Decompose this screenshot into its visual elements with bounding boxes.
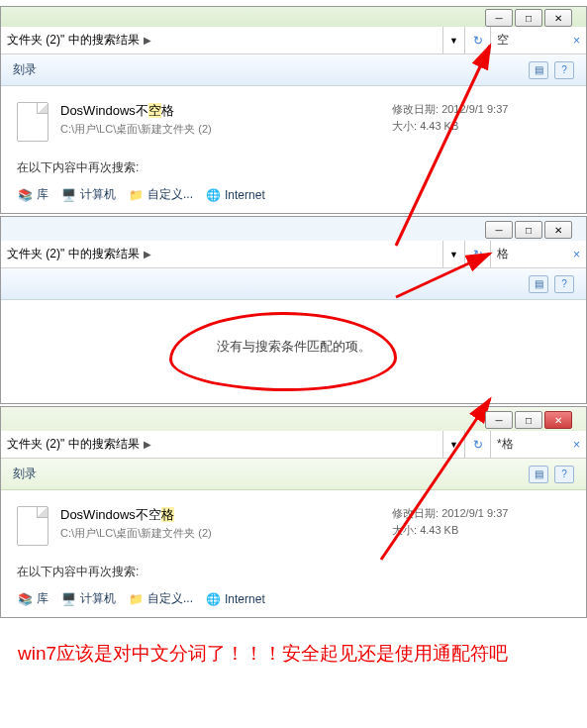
loc-computer[interactable]: 🖥️计算机 (60, 590, 116, 607)
toolbar: ▤ ? (1, 268, 586, 300)
maximize-button[interactable]: □ (515, 9, 542, 27)
computer-icon: 🖥️ (60, 187, 76, 203)
clear-search-icon[interactable]: × (573, 248, 580, 261)
clear-search-icon[interactable]: × (573, 34, 580, 48)
search-input[interactable] (497, 248, 556, 261)
address-dropdown[interactable]: ▼ (443, 27, 465, 53)
loc-library[interactable]: 📚库 (17, 590, 49, 607)
search-again-label: 在以下内容中再次搜索: (1, 554, 586, 586)
view-icon[interactable]: ▤ (529, 466, 548, 483)
chevron-right-icon: ▶ (144, 35, 151, 46)
search-locations: 📚库 🖥️计算机 📁自定义... 🌐Internet (1, 586, 586, 617)
file-icon[interactable] (17, 102, 49, 142)
empty-results: 没有与搜索条件匹配的项。 (1, 300, 586, 403)
file-meta: 修改日期: 2012/9/1 9:37 大小: 4.43 KB (392, 506, 570, 546)
breadcrumb-text: 文件夹 (2)" 中的搜索结果 (7, 246, 140, 262)
loc-internet[interactable]: 🌐Internet (205, 187, 265, 203)
chevron-down-icon: ▼ (449, 250, 458, 260)
window-controls: ─ □ ✕ (485, 9, 572, 27)
help-icon[interactable]: ? (554, 466, 574, 483)
minimize-button[interactable]: ─ (485, 221, 513, 239)
close-button[interactable]: ✕ (544, 411, 572, 429)
close-button[interactable]: ✕ (544, 221, 572, 239)
loc-computer[interactable]: 🖥️计算机 (60, 186, 116, 203)
breadcrumb[interactable]: 文件夹 (2)" 中的搜索结果 ▶ (1, 27, 443, 53)
refresh-button[interactable]: ↻ (465, 241, 491, 267)
search-input[interactable] (497, 438, 556, 452)
address-dropdown[interactable]: ▼ (443, 431, 465, 458)
refresh-icon: ↻ (473, 438, 483, 452)
maximize-button[interactable]: □ (515, 221, 542, 239)
internet-icon: 🌐 (205, 591, 221, 607)
view-icon[interactable]: ▤ (529, 61, 548, 79)
file-name: DosWindows不空格 (60, 506, 392, 524)
file-list: DosWindows不空格 C:\用户\LC\桌面\新建文件夹 (2) 修改日期… (1, 86, 586, 150)
address-dropdown[interactable]: ▼ (443, 241, 465, 267)
chevron-right-icon: ▶ (144, 439, 151, 450)
minimize-button[interactable]: ─ (485, 411, 513, 429)
address-bar-row: 文件夹 (2)" 中的搜索结果 ▶ ▼ ↻ × (1, 241, 586, 268)
maximize-button[interactable]: □ (515, 411, 542, 429)
breadcrumb-text: 文件夹 (2)" 中的搜索结果 (7, 32, 140, 49)
empty-message-text: 没有与搜索条件匹配的项。 (217, 339, 371, 354)
close-button[interactable]: ✕ (544, 9, 572, 27)
explorer-panel-1: ─ □ ✕ 文件夹 (2)" 中的搜索结果 ▶ ▼ ↻ × 刻录 ▤ ? Dos… (0, 6, 587, 214)
search-locations: 📚库 🖥️计算机 📁自定义... 🌐Internet (1, 182, 586, 213)
file-path: C:\用户\LC\桌面\新建文件夹 (2) (60, 526, 392, 541)
minimize-button[interactable]: ─ (485, 9, 513, 27)
loc-library[interactable]: 📚库 (17, 186, 49, 203)
search-box[interactable]: × (491, 241, 586, 267)
toolbar: 刻录 ▤ ? (1, 459, 586, 490)
refresh-button[interactable]: ↻ (465, 431, 491, 458)
view-icon[interactable]: ▤ (529, 275, 548, 293)
clear-search-icon[interactable]: × (573, 438, 580, 452)
search-again-label: 在以下内容中再次搜索: (1, 150, 586, 182)
search-box[interactable]: × (491, 431, 586, 458)
refresh-button[interactable]: ↻ (465, 27, 491, 53)
annotation-text: win7应该是对中文分词了！！！安全起见还是使用通配符吧 (0, 620, 587, 687)
toolbar: 刻录 ▤ ? (1, 54, 586, 86)
loc-internet[interactable]: 🌐Internet (205, 591, 265, 607)
window-controls: ─ □ ✕ (485, 221, 572, 239)
toolbar-burn-label[interactable]: 刻录 (13, 466, 37, 482)
file-list: DosWindows不空格 C:\用户\LC\桌面\新建文件夹 (2) 修改日期… (1, 490, 586, 554)
file-path: C:\用户\LC\桌面\新建文件夹 (2) (60, 122, 392, 137)
chevron-right-icon: ▶ (144, 249, 151, 260)
explorer-panel-2: ─ □ ✕ 文件夹 (2)" 中的搜索结果 ▶ ▼ ↻ × ▤ ? 没有与搜索条… (0, 216, 587, 404)
explorer-panel-3: ─ □ ✕ 文件夹 (2)" 中的搜索结果 ▶ ▼ ↻ × 刻录 ▤ ? Dos… (0, 406, 587, 618)
breadcrumb-text: 文件夹 (2)" 中的搜索结果 (7, 436, 140, 453)
folder-icon: 📁 (128, 591, 144, 607)
file-meta: 修改日期: 2012/9/1 9:37 大小: 4.43 KB (392, 102, 570, 142)
file-name: DosWindows不空格 (60, 102, 392, 120)
loc-custom[interactable]: 📁自定义... (128, 186, 193, 203)
chevron-down-icon: ▼ (449, 440, 458, 450)
search-input[interactable] (497, 34, 556, 48)
internet-icon: 🌐 (205, 187, 221, 203)
folder-icon: 📁 (128, 187, 144, 203)
refresh-icon: ↻ (473, 34, 483, 48)
file-info[interactable]: DosWindows不空格 C:\用户\LC\桌面\新建文件夹 (2) (60, 102, 392, 142)
chevron-down-icon: ▼ (449, 36, 458, 46)
loc-custom[interactable]: 📁自定义... (128, 590, 193, 607)
address-bar-row: 文件夹 (2)" 中的搜索结果 ▶ ▼ ↻ × (1, 27, 586, 54)
help-icon[interactable]: ? (554, 275, 574, 293)
library-icon: 📚 (17, 187, 33, 203)
refresh-icon: ↻ (473, 248, 483, 261)
toolbar-burn-label[interactable]: 刻录 (13, 61, 37, 78)
computer-icon: 🖥️ (60, 591, 76, 607)
help-icon[interactable]: ? (554, 61, 574, 79)
window-controls: ─ □ ✕ (485, 411, 572, 429)
library-icon: 📚 (17, 591, 33, 607)
file-info[interactable]: DosWindows不空格 C:\用户\LC\桌面\新建文件夹 (2) (60, 506, 392, 546)
file-icon[interactable] (17, 506, 49, 546)
breadcrumb[interactable]: 文件夹 (2)" 中的搜索结果 ▶ (1, 431, 443, 458)
breadcrumb[interactable]: 文件夹 (2)" 中的搜索结果 ▶ (1, 241, 443, 267)
address-bar-row: 文件夹 (2)" 中的搜索结果 ▶ ▼ ↻ × (1, 431, 586, 459)
search-box[interactable]: × (491, 27, 586, 53)
